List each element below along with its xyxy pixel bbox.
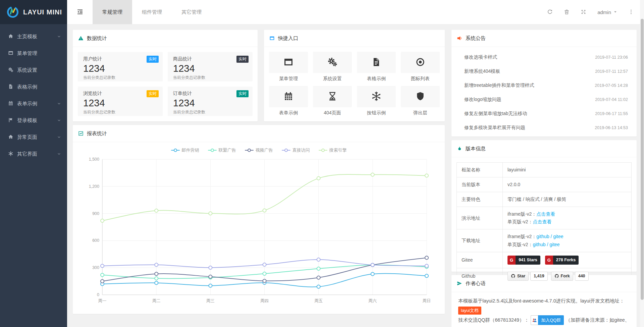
- quick-entry-card: 快捷入口 菜单管理系统设置表格示例图标列表表单示例404页面按钮示例弹出层: [264, 30, 445, 121]
- file-icon: [371, 57, 381, 68]
- table-row-label: 框架名称: [457, 163, 503, 177]
- layui-doc-badge[interactable]: layui文档: [458, 307, 481, 315]
- github-count[interactable]: 440: [575, 272, 589, 281]
- sidebar-item-2[interactable]: 系统设置: [0, 62, 67, 78]
- chart-line-icon: [78, 131, 84, 137]
- user-dropdown[interactable]: admin: [597, 9, 617, 15]
- quick-entry-item[interactable]: 404页面: [313, 86, 352, 116]
- scrollbar-thumb[interactable]: [641, 19, 644, 300]
- quick-entry-item[interactable]: 菜单管理: [269, 52, 308, 82]
- sidebar-item-7[interactable]: 其它界面: [0, 146, 67, 162]
- version-table: 框架名称layuimini当前版本v2.0.0主要特色零门槛 / 响应式 / 清…: [457, 162, 632, 284]
- app-title: LAYUI MINI: [23, 8, 62, 16]
- link[interactable]: gitee: [549, 242, 559, 247]
- sidebar-item-0[interactable]: 主页模板: [0, 28, 67, 45]
- shield-icon: [415, 91, 425, 102]
- quick-entry-label: 表格示例: [357, 76, 396, 82]
- link[interactable]: gitee: [553, 234, 563, 239]
- announcement-row[interactable]: 修改logo缩放问题2019-07-04 11:02: [451, 93, 637, 107]
- table-row: GiteeG941 StarsG278 Forks: [457, 252, 632, 268]
- legend-item[interactable]: 视频广告: [245, 147, 273, 153]
- hourglass-icon: [327, 91, 337, 102]
- link[interactable]: github: [533, 242, 545, 247]
- link[interactable]: 点击查看: [533, 219, 551, 224]
- announcement-text: 修改logo缩放问题: [464, 97, 501, 103]
- sidebar-item-6[interactable]: 异常页面: [0, 129, 67, 146]
- table-row-label: Gitee: [457, 252, 503, 268]
- quick-entry-item[interactable]: 按钮示例: [357, 86, 396, 116]
- announcement-text: 修复左侧菜单缩放tab无法移动: [464, 111, 527, 117]
- legend-item[interactable]: 直接访问: [282, 147, 310, 153]
- quick-entry-item[interactable]: 表格示例: [357, 52, 396, 82]
- table-row-label: 下载地址: [457, 229, 503, 252]
- stat-desc: 当前分类总记录数: [83, 109, 158, 115]
- sidebar-item-1[interactable]: 菜单管理: [0, 45, 67, 62]
- trash-icon[interactable]: [564, 9, 570, 15]
- join-qq-button[interactable]: 加入QQ群: [531, 315, 564, 325]
- stats-grid: 用户统计实时1234当前分类总记录数商品统计实时1234当前分类总记录数浏览统计…: [73, 47, 258, 121]
- quick-entry-label: 图标列表: [401, 76, 440, 82]
- more-menu-icon[interactable]: [628, 9, 634, 15]
- quick-entry-label: 404页面: [313, 110, 352, 116]
- link-line-prefix: 单页版-v2：: [507, 219, 533, 224]
- announcement-row[interactable]: 修改选项卡样式2019-07-11 23:06: [451, 50, 637, 64]
- sidebar-item-3[interactable]: 表格示例: [0, 78, 67, 95]
- quick-entry-label: 弹出层: [401, 110, 440, 116]
- announcement-row[interactable]: 新增treetable插件和菜单管理样式2019-07-05 14:28: [451, 78, 637, 93]
- tab-2[interactable]: 其它管理: [172, 0, 211, 24]
- table-row: 框架名称layuimini: [457, 163, 632, 177]
- sidebar-item-4[interactable]: 表单示例: [0, 95, 67, 112]
- tab-1[interactable]: 组件管理: [132, 0, 172, 24]
- main-content: 数据统计 用户统计实时1234当前分类总记录数商品统计实时1234当前分类总记录…: [67, 24, 644, 327]
- sidebar-item-5[interactable]: 登录模板: [0, 112, 67, 129]
- quick-entry-item[interactable]: 弹出层: [401, 86, 440, 116]
- logo[interactable]: LAYUI MINI: [0, 0, 67, 24]
- stat-card: 订单统计实时1234当前分类总记录数: [168, 87, 253, 116]
- link[interactable]: 点击查看: [536, 211, 555, 217]
- top-header: 常规管理组件管理其它管理 admin: [67, 0, 644, 24]
- announcements-title: 系统公告: [466, 35, 486, 42]
- legend-label: 直接访问: [292, 147, 310, 153]
- tab-0[interactable]: 常规管理: [93, 0, 132, 24]
- header-actions: admin: [547, 0, 644, 24]
- sidebar-item-label: 异常页面: [17, 134, 57, 141]
- status-badge: 实时: [147, 90, 159, 97]
- announcement-row[interactable]: 新增系统404模板2019-07-11 12:57: [451, 64, 637, 78]
- octocat-icon: [511, 274, 516, 278]
- legend-marker-icon: [208, 149, 217, 152]
- join-qq-label: 加入QQ群: [538, 315, 564, 325]
- gears-icon: [7, 67, 14, 73]
- quick-entry-label: 按钮示例: [357, 110, 396, 116]
- link-line-prefix: 单页版-v2：: [507, 242, 533, 247]
- legend-label: 联盟广告: [219, 147, 236, 153]
- flag-icon: [7, 117, 14, 123]
- legend-item[interactable]: 邮件营销: [171, 147, 199, 153]
- legend-item[interactable]: 联盟广告: [208, 147, 236, 153]
- github-star-button[interactable]: Star: [507, 272, 529, 281]
- caret-down-icon: [613, 10, 617, 14]
- announcement-row[interactable]: 修复多模块菜单栏展开有问题2019-06-13 14:53: [451, 121, 637, 135]
- outdent-icon: [76, 8, 84, 16]
- gitee-badge[interactable]: G941 Stars: [507, 256, 540, 265]
- quick-entry-label: 菜单管理: [269, 76, 308, 82]
- refresh-icon[interactable]: [547, 9, 553, 15]
- announcement-row[interactable]: 修复左侧菜单缩放tab无法移动2019-06-17 11:55: [451, 107, 637, 121]
- legend-label: 视频广告: [256, 147, 273, 153]
- qq-people-icon: [531, 315, 538, 325]
- gitee-badge[interactable]: G278 Forks: [545, 256, 579, 265]
- quick-entry-item[interactable]: 系统设置: [313, 52, 352, 82]
- announcement-date: 2019-07-11 23:06: [595, 55, 628, 60]
- github-count[interactable]: 1,419: [530, 272, 547, 281]
- link[interactable]: github: [536, 234, 549, 239]
- fullscreen-icon[interactable]: [581, 9, 586, 15]
- sidebar-toggle-button[interactable]: [67, 0, 93, 24]
- home-icon: [7, 134, 14, 140]
- table-cell-value: 零门槛 / 响应式 / 清爽 / 极简: [507, 197, 566, 202]
- quick-entry-item[interactable]: 图标列表: [401, 52, 440, 82]
- github-fork-button[interactable]: Fork: [551, 272, 573, 281]
- quick-entry-item[interactable]: 表单示例: [269, 86, 308, 116]
- stat-value: 1234: [83, 98, 158, 109]
- legend-item[interactable]: 搜索引擎: [319, 147, 347, 153]
- stat-value: 1234: [173, 98, 248, 109]
- svg-text:周二: 周二: [152, 298, 161, 303]
